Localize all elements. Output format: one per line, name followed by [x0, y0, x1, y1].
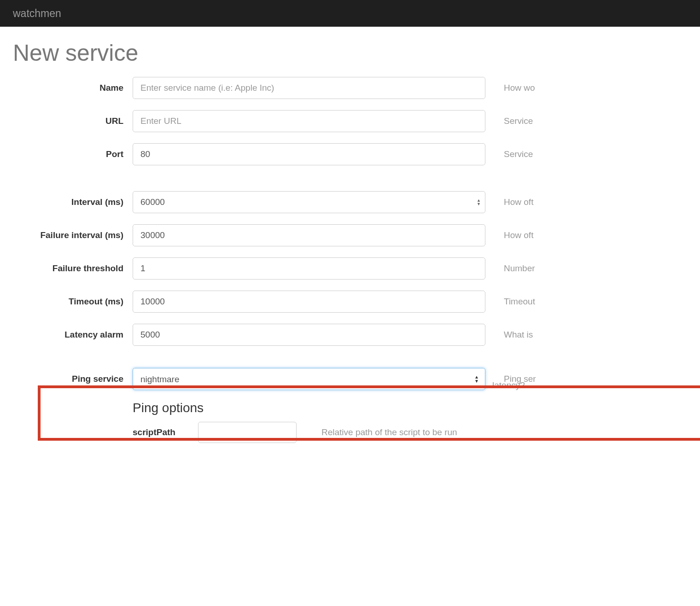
ping-service-select[interactable]: nightmare — [133, 368, 485, 390]
timeout-input[interactable] — [133, 291, 485, 313]
help-url: Service — [485, 116, 687, 126]
help-name: How wo — [485, 83, 687, 93]
row-script-path: scriptPath Relative path of the script t… — [133, 422, 687, 443]
row-timeout: Timeout (ms) Timeout — [13, 290, 687, 313]
label-url: URL — [13, 116, 133, 126]
row-failure-threshold: Failure threshold Number — [13, 257, 687, 280]
row-url: URL Service — [13, 110, 687, 133]
label-ping-service: Ping service — [13, 374, 133, 384]
label-failure-interval: Failure interval (ms) — [13, 230, 133, 240]
row-interval: Interval (ms) ▲▼ How oft — [13, 191, 687, 214]
row-ping-service: Ping service nightmare ▲▼ Ping ser — [13, 367, 687, 390]
help-failure-interval: How oft — [485, 230, 687, 240]
name-input[interactable] — [133, 77, 485, 99]
help-port: Service — [485, 149, 687, 159]
latency-input[interactable] — [133, 324, 485, 346]
row-failure-interval: Failure interval (ms) How oft — [13, 224, 687, 247]
failure-threshold-input[interactable] — [133, 257, 485, 280]
row-port: Port Service — [13, 143, 687, 166]
row-name: Name How wo — [13, 76, 687, 99]
help-failure-threshold: Number — [485, 263, 687, 274]
help-interval: How oft — [485, 197, 687, 207]
label-interval: Interval (ms) — [13, 197, 133, 207]
label-latency: Latency alarm — [13, 330, 133, 340]
navbar-brand[interactable]: watchmen — [13, 7, 61, 20]
label-port: Port — [13, 149, 133, 159]
page-title: New service — [13, 40, 687, 66]
failure-interval-input[interactable] — [133, 224, 485, 246]
port-input[interactable] — [133, 143, 485, 165]
script-path-input[interactable] — [198, 422, 297, 443]
label-failure-threshold: Failure threshold — [13, 263, 133, 274]
interval-input[interactable] — [133, 191, 485, 213]
label-name: Name — [13, 83, 133, 93]
navbar: watchmen — [0, 0, 700, 27]
help-latency-line2: latency? — [492, 380, 525, 390]
help-timeout: Timeout — [485, 297, 687, 307]
ping-options-heading: Ping options — [133, 401, 687, 415]
help-latency: What is — [485, 330, 687, 340]
label-timeout: Timeout (ms) — [13, 297, 133, 307]
url-input[interactable] — [133, 110, 485, 132]
form-container: New service Name How wo URL Service Port… — [0, 27, 700, 453]
row-latency: Latency alarm What is — [13, 323, 687, 346]
help-script-path: Relative path of the script to be run — [297, 427, 457, 437]
label-script-path: scriptPath — [133, 427, 198, 437]
